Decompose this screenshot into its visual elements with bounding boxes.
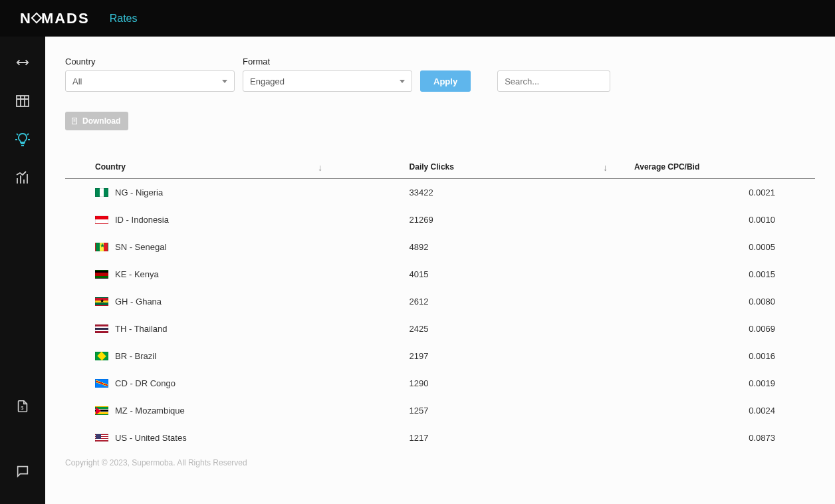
col-clicks[interactable]: Daily Clicks ↓ xyxy=(403,157,628,179)
table-row[interactable]: KE - Kenya40150.0015 xyxy=(65,261,815,288)
col-country[interactable]: Country ↓ xyxy=(65,157,403,179)
country-name: US - United States xyxy=(115,433,187,443)
cell-country: US - United States xyxy=(65,424,403,451)
table-row[interactable]: NG - Nigeria334220.0021 xyxy=(65,179,815,207)
cell-cpc: 0.0024 xyxy=(628,397,815,424)
table-row[interactable]: MZ - Mozambique12570.0024 xyxy=(65,397,815,424)
table-row[interactable]: GH - Ghana26120.0080 xyxy=(65,288,815,315)
cell-clicks: 1290 xyxy=(403,370,628,397)
cell-clicks: 4015 xyxy=(403,261,628,288)
cell-clicks: 4892 xyxy=(403,233,628,261)
format-select-value: Engaged xyxy=(250,76,285,86)
sort-arrow-icon: ↓ xyxy=(603,162,608,173)
cell-clicks: 21269 xyxy=(403,206,628,233)
download-icon xyxy=(70,117,78,125)
search-input[interactable] xyxy=(497,70,610,92)
sort-arrow-icon: ↓ xyxy=(318,162,322,173)
rates-table: Country ↓ Daily Clicks ↓ Average CPC/Bid… xyxy=(65,157,815,451)
col-cpc-label: Average CPC/Bid xyxy=(634,162,699,172)
cell-country: MZ - Mozambique xyxy=(65,397,403,424)
country-name: SN - Senegal xyxy=(115,242,166,252)
cell-country: KE - Kenya xyxy=(65,261,403,288)
cell-clicks: 33422 xyxy=(403,179,628,207)
brand-logo: NMADS xyxy=(20,10,90,27)
flag-icon xyxy=(95,215,108,224)
download-button-label: Download xyxy=(82,116,120,126)
cell-cpc: 0.0016 xyxy=(628,342,815,370)
sidebar-item-invoice[interactable]: $ xyxy=(0,387,45,426)
invoice-icon: $ xyxy=(15,399,30,414)
arrows-horizontal-icon xyxy=(15,55,30,70)
flag-icon xyxy=(95,406,108,415)
cell-cpc: 0.0021 xyxy=(628,179,815,207)
flag-icon xyxy=(95,188,108,197)
country-select-value: All xyxy=(72,76,82,86)
country-name: MZ - Mozambique xyxy=(115,406,185,416)
cell-cpc: 0.0019 xyxy=(628,370,815,397)
flag-icon xyxy=(95,434,108,442)
country-name: TH - Thailand xyxy=(115,324,168,334)
country-name: GH - Ghana xyxy=(115,297,162,307)
table-row[interactable]: BR - Brazil21970.0016 xyxy=(65,342,815,370)
cell-cpc: 0.0873 xyxy=(628,424,815,451)
col-clicks-label: Daily Clicks xyxy=(410,162,454,172)
sidebar-item-table[interactable] xyxy=(0,82,45,120)
country-name: CD - DR Congo xyxy=(115,378,176,388)
cell-country: BR - Brazil xyxy=(65,342,403,370)
cell-cpc: 0.0069 xyxy=(628,315,815,342)
country-name: NG - Nigeria xyxy=(115,188,163,197)
cell-country: NG - Nigeria xyxy=(65,179,403,206)
main-content: Country All Format Engaged Apply Downloa… xyxy=(45,37,835,504)
flag-icon xyxy=(95,352,108,360)
country-name: BR - Brazil xyxy=(115,351,156,361)
top-header: NMADS Rates xyxy=(0,0,835,37)
cell-cpc: 0.0005 xyxy=(628,233,815,261)
table-icon xyxy=(15,93,31,109)
svg-text:$: $ xyxy=(21,405,23,411)
cell-country: GH - Ghana xyxy=(65,288,403,315)
cell-cpc: 0.0010 xyxy=(628,206,815,233)
sidebar: $ xyxy=(0,37,45,504)
country-select[interactable]: All xyxy=(65,70,235,92)
col-country-label: Country xyxy=(95,162,126,172)
cell-country: TH - Thailand xyxy=(65,315,403,342)
filter-bar: Country All Format Engaged Apply xyxy=(65,57,815,92)
cell-country: SN - Senegal xyxy=(65,233,403,261)
sidebar-item-chat[interactable] xyxy=(0,452,45,491)
col-cpc[interactable]: Average CPC/Bid xyxy=(628,157,815,179)
download-button[interactable]: Download xyxy=(65,112,128,130)
flag-icon xyxy=(95,324,108,333)
sidebar-item-analytics[interactable] xyxy=(0,159,45,197)
cell-country: CD - DR Congo xyxy=(65,370,403,397)
cell-clicks: 1217 xyxy=(403,424,628,451)
chart-icon xyxy=(15,170,31,186)
table-row[interactable]: US - United States12170.0873 xyxy=(65,424,815,451)
flag-icon xyxy=(95,270,108,279)
country-name: KE - Kenya xyxy=(115,269,159,279)
table-row[interactable]: SN - Senegal48920.0005 xyxy=(65,233,815,261)
cell-cpc: 0.0080 xyxy=(628,288,815,315)
svg-rect-0 xyxy=(17,96,29,106)
cell-clicks: 1257 xyxy=(403,397,628,424)
format-select[interactable]: Engaged xyxy=(243,70,412,92)
country-label: Country xyxy=(65,57,235,66)
cell-clicks: 2425 xyxy=(403,315,628,342)
sidebar-item-lightbulb[interactable] xyxy=(0,120,45,159)
table-row[interactable]: ID - Indonesia212690.0010 xyxy=(65,206,815,233)
flag-icon xyxy=(95,297,108,306)
cell-clicks: 2612 xyxy=(403,288,628,315)
format-label: Format xyxy=(243,57,412,66)
country-name: ID - Indonesia xyxy=(115,215,169,225)
cell-cpc: 0.0015 xyxy=(628,261,815,288)
table-row[interactable]: TH - Thailand24250.0069 xyxy=(65,315,815,342)
lightbulb-icon xyxy=(15,132,31,148)
cell-clicks: 2197 xyxy=(403,342,628,370)
table-row[interactable]: CD - DR Congo12900.0019 xyxy=(65,370,815,397)
cell-country: ID - Indonesia xyxy=(65,206,403,233)
rates-table-wrap: Country ↓ Daily Clicks ↓ Average CPC/Bid… xyxy=(65,157,815,451)
footer-copyright: Copyright © 2023, Supermoba. All Rights … xyxy=(65,458,815,467)
apply-button[interactable]: Apply xyxy=(420,70,471,92)
flag-icon xyxy=(95,379,108,388)
chat-icon xyxy=(15,464,30,479)
sidebar-item-expand[interactable] xyxy=(0,43,45,82)
